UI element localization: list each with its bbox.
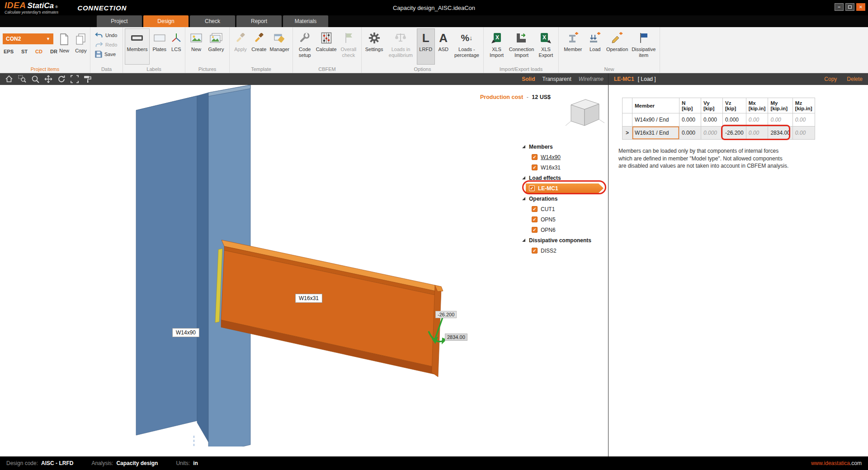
value-cell-my[interactable]: 2834.00 (768, 127, 793, 140)
checkbox-checked-icon[interactable] (532, 216, 538, 222)
checkbox-checked-icon[interactable] (529, 185, 535, 191)
tree-item-cut1[interactable]: CUT1 (516, 204, 604, 214)
picture-gallery-button[interactable]: Gallery (205, 28, 227, 65)
panel-delete-button[interactable]: Delete (847, 76, 863, 82)
brush-icon (254, 31, 264, 45)
view-mode-wireframe[interactable]: Wireframe (579, 76, 604, 82)
selected-load-effect-banner[interactable]: LE-MC1 (526, 183, 604, 193)
code-setup-button[interactable]: Code setup (295, 28, 315, 65)
table-header-n: N[kip] (679, 98, 701, 113)
value-cell-n[interactable]: 0.000 (679, 127, 701, 140)
tab-materials[interactable]: Materials (283, 15, 328, 27)
member-cell[interactable]: W14x90 / End (632, 113, 679, 127)
calculate-button[interactable]: Calculate (315, 28, 337, 65)
table-header-indicator (623, 98, 632, 113)
checkbox-checked-icon[interactable] (532, 206, 538, 212)
pan-icon[interactable] (44, 75, 52, 84)
new-member-button[interactable]: Member (561, 28, 585, 65)
project-item-selector[interactable]: CON2 ▼ (3, 33, 53, 44)
checkbox-checked-icon[interactable] (532, 154, 538, 160)
loads-in-equilibrium-toggle[interactable]: Loads in equilibrium (385, 28, 417, 65)
tree-item-diss2[interactable]: DISS2 (516, 245, 604, 256)
view-mode-solid[interactable]: Solid (522, 76, 535, 82)
new-load-icon (589, 31, 601, 45)
panel-copy-button[interactable]: Copy (824, 76, 837, 82)
website-link[interactable]: www.ideastatica.com (811, 460, 862, 466)
labels-members-toggle[interactable]: Members (125, 28, 150, 65)
undo-button[interactable]: Undo (95, 30, 118, 40)
model-canvas[interactable]: Production cost - 12 US$ W16x31 W14x90 -… (0, 85, 608, 456)
picture-new-button[interactable]: New (187, 28, 205, 65)
tree-item-opn5[interactable]: OPN5 (516, 214, 604, 225)
connection-import-button[interactable]: Connection Import (508, 28, 535, 65)
checkbox-checked-icon[interactable] (532, 248, 538, 254)
member-cell[interactable]: W16x31 / End (632, 127, 679, 140)
lrfd-toggle[interactable]: L LRFD (417, 28, 435, 65)
refresh-icon[interactable] (57, 75, 66, 84)
tree-section-load-effects[interactable]: Load effects (516, 173, 604, 183)
home-view-icon[interactable] (5, 75, 13, 84)
project-new-button[interactable]: New (56, 30, 72, 61)
paint-icon[interactable] (83, 75, 92, 84)
value-cell-mx[interactable]: 0.00 (746, 127, 768, 140)
maximize-button[interactable] (845, 3, 854, 11)
tree-item-w14x90[interactable]: W14x90 (516, 152, 604, 162)
value-cell-vz[interactable]: -26.200 (723, 127, 746, 140)
tree-section-operations[interactable]: Operations (516, 193, 604, 204)
view-mode-transparent[interactable]: Transparent (542, 76, 571, 82)
ribbon-button-label: Members (127, 47, 148, 52)
checkbox-checked-icon[interactable] (532, 227, 538, 233)
value-cell-n[interactable]: 0.000 (679, 113, 701, 127)
value-cell-vy[interactable]: 0.000 (701, 127, 723, 140)
asd-toggle[interactable]: A ASD (435, 28, 452, 65)
project-copy-button[interactable]: Copy (72, 30, 90, 61)
template-create-button[interactable]: Create (250, 28, 269, 65)
overall-check-button[interactable]: Overall check (338, 28, 359, 65)
tab-check[interactable]: Check (190, 15, 235, 27)
xls-import-icon: X (491, 31, 503, 45)
new-load-button[interactable]: Load (585, 28, 605, 65)
value-cell-mx[interactable]: 0.00 (746, 113, 768, 127)
tree-section-dissipative-components[interactable]: Dissipative components (516, 235, 604, 245)
labels-plates-toggle[interactable]: Plates (150, 28, 170, 65)
mode-eps[interactable]: EPS (4, 49, 14, 54)
zoom-window-icon[interactable] (18, 75, 26, 84)
tab-report[interactable]: Report (236, 15, 282, 27)
redo-button[interactable]: Redo (95, 40, 118, 49)
tab-design[interactable]: Design (143, 15, 189, 27)
xls-import-button[interactable]: X XLS Import (486, 28, 508, 65)
minimize-button[interactable] (835, 3, 844, 11)
production-cost: Production cost - 12 US$ (480, 94, 551, 100)
tree-item-opn6[interactable]: OPN6 (516, 225, 604, 235)
value-cell-my[interactable]: 0.00 (768, 113, 793, 127)
template-manager-button[interactable]: Manager (269, 28, 291, 65)
new-dissipative-item-button[interactable]: Dissipative item (629, 28, 658, 65)
value-cell-mz[interactable]: 0.00 (793, 127, 815, 140)
settings-button[interactable]: Settings (363, 28, 385, 65)
tree-item-w16x31[interactable]: W16x31 (516, 162, 604, 173)
xls-export-button[interactable]: X XLS Export (535, 28, 557, 65)
value-cell-vy[interactable]: 0.000 (701, 113, 723, 127)
labels-lcs-toggle[interactable]: LCS (170, 28, 183, 65)
zoom-fit-icon[interactable] (70, 75, 79, 84)
logo-statica-text: StatiCa (27, 2, 54, 9)
loads-percentage-button[interactable]: %↓ Loads - percentage (452, 28, 481, 65)
mode-st[interactable]: ST (21, 49, 28, 54)
tab-project[interactable]: Project (97, 15, 142, 27)
value-cell-mz[interactable]: 0.00 (793, 113, 815, 127)
new-operation-button[interactable]: Operation (605, 28, 630, 65)
checkbox-checked-icon[interactable] (532, 164, 538, 170)
value-cell-vz[interactable]: 0.000 (723, 113, 746, 127)
mode-cd[interactable]: CD (35, 49, 42, 54)
template-apply-button[interactable]: Apply (231, 28, 250, 65)
close-button[interactable] (856, 3, 865, 11)
table-row-selected[interactable]: W16x31 / End 0.000 0.000 -26.200 0.00 28… (623, 127, 815, 140)
zoom-icon[interactable] (31, 75, 39, 84)
lrfd-letter-icon: L (422, 31, 429, 45)
tree-item-le-mc1[interactable]: LE-MC1 (516, 183, 604, 193)
tree-item-label: LE-MC1 (538, 185, 558, 192)
table-row[interactable]: W14x90 / End 0.000 0.000 0.000 0.00 0.00… (623, 113, 815, 127)
tree-section-members[interactable]: Members (516, 141, 604, 152)
save-button[interactable]: Save (95, 49, 118, 59)
collapse-arrow-icon (522, 145, 525, 148)
